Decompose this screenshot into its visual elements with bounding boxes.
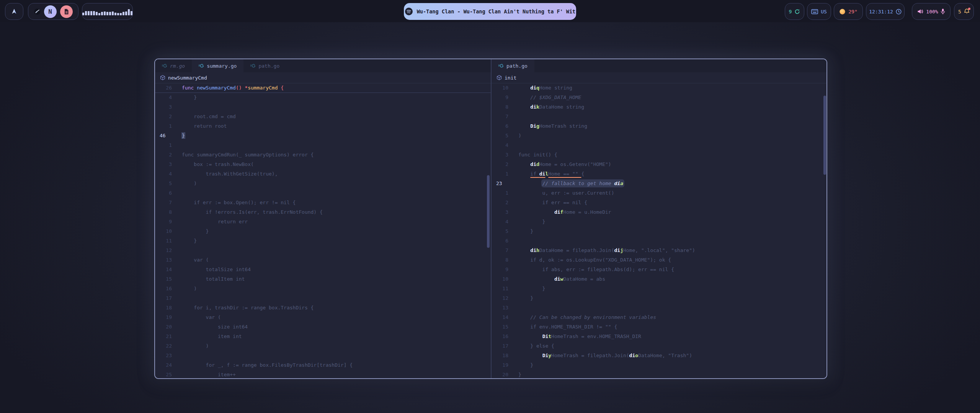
code-line: 14 // Can be changed by environment vari… bbox=[492, 312, 826, 322]
line-number: 18 bbox=[155, 303, 172, 312]
line-text: if abs, err := filepath.Abs(d); err == n… bbox=[518, 265, 674, 274]
line-text: // fallback to get home dia bbox=[518, 179, 623, 188]
line-number: 21 bbox=[155, 332, 172, 341]
line-number: 26 bbox=[155, 83, 172, 93]
right-scrollbar-thumb[interactable] bbox=[823, 96, 826, 175]
keyboard-layout: US bbox=[821, 9, 827, 15]
workspaces-pill[interactable]: N bbox=[28, 3, 78, 20]
code-line: 4 } bbox=[492, 217, 826, 226]
line-text: dikDataHome string bbox=[518, 102, 584, 112]
visualizer-bar bbox=[104, 11, 106, 15]
tab-path.go[interactable]: path.go bbox=[492, 59, 534, 72]
document-icon[interactable] bbox=[60, 5, 73, 18]
audio-pill[interactable]: 100% bbox=[912, 3, 951, 20]
spotify-icon bbox=[405, 7, 413, 16]
editor-pane-left: rm.gosummary.gopath.go newSummaryCmd 26f… bbox=[155, 59, 491, 378]
tab-bar-left: rm.gosummary.gopath.go bbox=[155, 59, 491, 72]
notifications-count: 5 bbox=[958, 9, 961, 15]
clock-pill[interactable]: 12:31:12 bbox=[866, 3, 905, 20]
updates-pill[interactable]: 9 bbox=[785, 3, 804, 20]
line-text: if d, ok := os.LookupEnv("XDG_DATA_HOME"… bbox=[518, 255, 671, 265]
line-number: 5 bbox=[492, 131, 508, 140]
tab-label: rm.go bbox=[170, 63, 185, 69]
line-text: func summaryCmdRun(_ summaryOptions) err… bbox=[182, 150, 314, 159]
line-text: } bbox=[518, 360, 533, 370]
launcher-button[interactable] bbox=[5, 3, 23, 20]
tab-rm.go[interactable]: rm.go bbox=[155, 59, 192, 72]
breadcrumb-symbol: init bbox=[505, 75, 516, 81]
line-text: func init() { bbox=[518, 150, 557, 159]
line-number: 10 bbox=[155, 226, 172, 236]
line-text: var ( bbox=[182, 312, 221, 322]
refresh-icon bbox=[794, 9, 800, 15]
breadcrumb-symbol: newSummaryCmd bbox=[168, 75, 207, 81]
code-line: 11 } bbox=[492, 284, 826, 293]
visualizer-bar bbox=[88, 11, 90, 15]
tab-path.go[interactable]: path.go bbox=[243, 59, 286, 72]
code-line: 18 for i, trashDir := range box.TrashDir… bbox=[155, 303, 491, 312]
line-text: diqHome string bbox=[518, 83, 572, 93]
breadcrumb-left: newSummaryCmd bbox=[155, 72, 491, 83]
visualizer-bar bbox=[109, 12, 111, 15]
line-text: var ( bbox=[182, 255, 209, 265]
line-number: 1 bbox=[492, 169, 508, 179]
visualizer-bar bbox=[120, 13, 122, 15]
line-text: box := trash.NewBox( bbox=[182, 159, 254, 169]
code-area-left[interactable]: 26func newSummaryCmd() *summaryCmd {4 }3… bbox=[155, 83, 491, 379]
code-line: 7 if err := box.Open(); err != nil { bbox=[155, 198, 491, 207]
code-line: 2func summaryCmdRun(_ summaryOptions) er… bbox=[155, 150, 491, 159]
globe-icon[interactable] bbox=[34, 8, 41, 15]
visualizer-bar bbox=[112, 11, 114, 15]
line-text: for _, f := range box.FilesByTrashDir[tr… bbox=[182, 360, 353, 370]
line-number: 16 bbox=[155, 284, 172, 293]
line-text: for i, trashDir := range box.TrashDirs { bbox=[182, 303, 314, 312]
code-line: 16 ) bbox=[155, 284, 491, 293]
code-line: 17 } else { bbox=[492, 341, 826, 351]
code-line: 19 var ( bbox=[155, 312, 491, 322]
line-number: 2 bbox=[492, 159, 508, 169]
keyboard-layout-pill[interactable]: US bbox=[807, 3, 831, 20]
line-number: 3 bbox=[155, 159, 172, 169]
code-area-right[interactable]: 10 diqHome string9 // $XDG_DATA_HOME8 di… bbox=[492, 83, 826, 379]
code-line: 4 trash.WithGetSize(true), bbox=[155, 169, 491, 179]
code-line: 8 if d, ok := os.LookupEnv("XDG_DATA_HOM… bbox=[492, 255, 826, 265]
line-number: 14 bbox=[155, 265, 172, 274]
code-line: 8 dikDataHome string bbox=[492, 102, 826, 112]
weather-pill[interactable]: 29° bbox=[834, 3, 863, 20]
line-text: return err bbox=[182, 217, 248, 226]
code-line: 14 totalSize int64 bbox=[155, 265, 491, 274]
line-number: 9 bbox=[492, 265, 508, 274]
line-number: 12 bbox=[492, 293, 508, 303]
line-number: 3 bbox=[492, 150, 508, 159]
line-number: 15 bbox=[155, 274, 172, 284]
line-text: ) bbox=[182, 341, 209, 351]
now-playing-pill[interactable]: Wu-Tang Clan - Wu-Tang Clan Ain't Nuthin… bbox=[404, 3, 576, 20]
line-number: 9 bbox=[155, 217, 172, 226]
go-file-icon bbox=[199, 63, 204, 68]
top-bar: N Wu-Tang Clan - Wu-Tang Clan Ain't Nuth… bbox=[0, 0, 980, 22]
code-line: 9 // $XDG_DATA_HOME bbox=[492, 93, 826, 102]
speaker-icon bbox=[917, 9, 924, 14]
line-text: item int bbox=[182, 332, 242, 341]
visualizer-bar bbox=[114, 13, 116, 15]
line-text: } bbox=[518, 284, 545, 293]
line-text: DitHomeTrash = env.HOME_TRASH_DIR bbox=[518, 332, 641, 341]
line-number: 5 bbox=[492, 226, 508, 236]
code-line: 7 bbox=[492, 112, 826, 121]
code-line: 13 bbox=[492, 303, 826, 312]
line-text: totalSize int64 bbox=[182, 265, 251, 274]
notifications-pill[interactable]: 5 bbox=[954, 3, 974, 20]
tab-summary.go[interactable]: summary.go bbox=[192, 59, 243, 72]
line-text: } bbox=[182, 226, 209, 236]
line-number: 7 bbox=[492, 246, 508, 255]
code-line: 21 item int bbox=[155, 332, 491, 341]
audio-visualizer-pill[interactable] bbox=[82, 3, 133, 20]
neovim-workspace-icon[interactable]: N bbox=[44, 5, 57, 18]
left-scrollbar-thumb[interactable] bbox=[487, 175, 490, 248]
code-line: 15 if env.HOME_TRASH_DIR != "" { bbox=[492, 322, 826, 332]
line-text: } bbox=[518, 370, 521, 379]
line-text: } bbox=[182, 236, 197, 246]
line-number: 1 bbox=[155, 140, 172, 150]
line-number: 8 bbox=[492, 102, 508, 112]
now-playing-text: Wu-Tang Clan - Wu-Tang Clan Ain't Nuthin… bbox=[417, 8, 576, 15]
